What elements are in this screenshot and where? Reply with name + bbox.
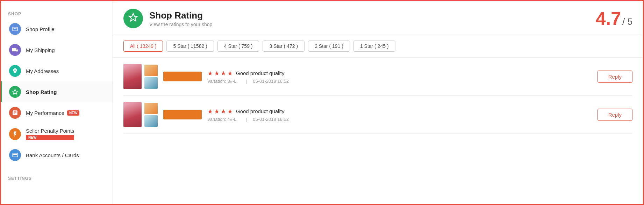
header-title-block: Shop Rating View the ratings to your sho…: [149, 10, 596, 27]
table-row: ★ ★ ★ ★ Good product quality Variation: …: [123, 96, 632, 134]
reply-button-1[interactable]: Reply: [598, 71, 632, 83]
star-1: ★: [207, 69, 213, 77]
new-badge-block: NEW: [26, 135, 74, 140]
star-icon: [128, 13, 138, 25]
star-4: ★: [227, 69, 233, 77]
filter-1star[interactable]: 1 Star ( 245 ): [353, 41, 395, 52]
variation-label-2: Variation: 4#-L: [207, 117, 241, 122]
seller-penalty-icon: [9, 128, 21, 140]
filter-5star[interactable]: 5 Star ( 11582 ): [166, 41, 214, 52]
rating-out-of: / 5: [622, 16, 632, 27]
sidebar-item-label: My Performance: [26, 110, 64, 116]
shop-rating-header: Shop Rating View the ratings to your sho…: [113, 1, 643, 35]
sidebar-item-seller-penalty[interactable]: Seller Penalty Points NEW: [1, 123, 113, 145]
reviews-list: ★ ★ ★ ★ Good product quality Variation: …: [113, 58, 643, 134]
product-images-1: [123, 64, 158, 89]
page-title: Shop Rating: [149, 10, 596, 21]
header-icon: [123, 9, 143, 28]
stars-row-1: ★ ★ ★ ★ Good product quality: [207, 69, 592, 77]
sidebar-item-shop-rating[interactable]: Shop Rating: [1, 81, 113, 102]
star-4: ★: [227, 108, 233, 115]
sidebar-item-label: Shop Profile: [26, 26, 55, 32]
filter-all[interactable]: All ( 13249 ): [123, 41, 163, 52]
separator-2: |: [246, 117, 247, 122]
app-container: SHOP Shop Profile My Shipping My Address…: [0, 0, 644, 205]
filter-2star[interactable]: 2 Star ( 191 ): [308, 41, 350, 52]
svg-marker-0: [13, 89, 18, 94]
date-2: 05-01-2018 16:52: [253, 117, 289, 122]
sidebar-item-bank-accounts[interactable]: Bank Accounts / Cards: [1, 145, 113, 166]
review-body-1: ★ ★ ★ ★ Good product quality Variation: …: [207, 69, 592, 84]
penalty-label-wrap: Seller Penalty Points NEW: [26, 128, 74, 140]
page-subtitle: View the ratings to your shop: [149, 22, 596, 27]
star-2: ★: [214, 69, 220, 77]
sidebar-item-label: My Addresses: [26, 68, 59, 74]
rating-score: 4.7: [596, 9, 621, 28]
rating-score-wrap: 4.7 / 5: [596, 9, 632, 28]
review-meta-2: Variation: 4#-L | 05-01-2018 16:52: [207, 117, 592, 122]
my-addresses-icon: [9, 65, 21, 77]
sidebar-item-shop-profile[interactable]: Shop Profile: [1, 19, 113, 39]
sidebar-item-my-performance[interactable]: My Performance NEW: [1, 102, 113, 123]
star-1: ★: [207, 108, 213, 115]
sidebar-item-label: Seller Penalty Points: [26, 128, 74, 134]
sidebar-item-my-addresses[interactable]: My Addresses: [1, 60, 113, 81]
variation-label-1: Variation: 3#-L: [207, 79, 241, 84]
sidebar-item-label: My Shipping: [26, 47, 55, 53]
star-3: ★: [221, 69, 226, 77]
my-performance-icon: [9, 107, 21, 119]
table-row: ★ ★ ★ ★ Good product quality Variation: …: [123, 58, 632, 96]
sidebar: SHOP Shop Profile My Shipping My Address…: [1, 1, 113, 204]
sidebar-section-shop: SHOP: [1, 8, 113, 19]
review-text-2: Good product quality: [236, 108, 284, 114]
svg-marker-1: [129, 13, 137, 21]
review-body-2: ★ ★ ★ ★ Good product quality Variation: …: [207, 108, 592, 122]
sidebar-item-label: Shop Rating: [26, 89, 57, 95]
review-text-1: Good product quality: [236, 70, 284, 76]
product-color-swatch-1: [163, 72, 202, 81]
stars-row-2: ★ ★ ★ ★ Good product quality: [207, 108, 592, 115]
my-shipping-icon: [9, 44, 21, 56]
separator-1: |: [246, 79, 247, 84]
star-3: ★: [221, 108, 226, 115]
product-images-2: [123, 102, 158, 127]
shop-profile-icon: [9, 23, 21, 35]
shop-rating-icon: [9, 86, 21, 98]
filter-4star[interactable]: 4 Star ( 759 ): [217, 41, 259, 52]
sidebar-section-settings: SETTINGS: [1, 173, 113, 183]
filter-3star[interactable]: 3 Star ( 472 ): [263, 41, 305, 52]
star-2: ★: [214, 108, 220, 115]
sidebar-item-my-shipping[interactable]: My Shipping: [1, 39, 113, 60]
main-content: Shop Rating View the ratings to your sho…: [113, 1, 643, 204]
date-1: 05-01-2018 16:52: [253, 79, 289, 84]
sidebar-item-label: Bank Accounts / Cards: [26, 152, 79, 158]
filter-bar: All ( 13249 ) 5 Star ( 11582 ) 4 Star ( …: [113, 35, 643, 58]
new-badge: NEW: [67, 110, 79, 116]
review-meta-1: Variation: 3#-L | 05-01-2018 16:52: [207, 79, 592, 84]
bank-accounts-icon: [9, 149, 21, 161]
reply-button-2[interactable]: Reply: [598, 109, 632, 121]
product-color-swatch-2: [163, 110, 202, 119]
